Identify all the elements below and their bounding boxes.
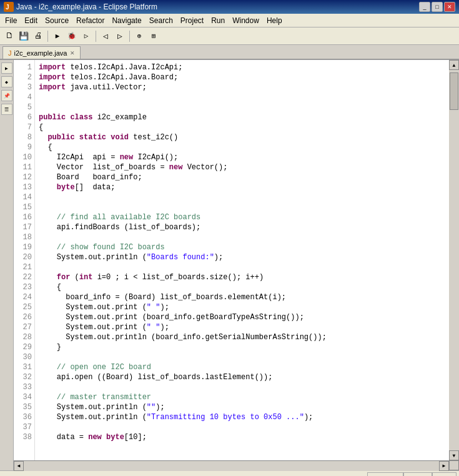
horizontal-scrollbar[interactable]: ◀ ▶ [14, 460, 449, 470]
side-icon-3[interactable]: 📌 [1, 90, 12, 101]
debug-button[interactable]: 🐞 [65, 29, 79, 43]
run-ext-button[interactable]: ▶ [51, 29, 64, 43]
title-bar: J Java - i2c_example.java - Eclipse Plat… [0, 0, 459, 14]
scroll-left-arrow[interactable]: ◀ [14, 461, 24, 471]
status-insert: Insert [403, 472, 432, 476]
line-num: 4 [15, 92, 32, 102]
code-line [39, 192, 445, 202]
goto-button[interactable]: ⊞ [147, 29, 160, 43]
menu-window[interactable]: Window [229, 15, 263, 26]
next-button[interactable]: ▷ [113, 29, 127, 43]
bottom-row: ◀ ▶ [0, 460, 459, 470]
code-line [39, 92, 445, 102]
line-num: 18 [15, 232, 32, 242]
code-line: Vector list_of_boards = new Vector(); [39, 162, 445, 172]
code-line: api.open ((Board) list_of_boards.lastEle… [39, 372, 445, 382]
line-num: 31 [15, 362, 32, 372]
line-num: 1 [15, 62, 32, 72]
code-line [39, 202, 445, 212]
search-ext-button[interactable]: ⊕ [132, 29, 146, 43]
side-icon-1[interactable]: ▶ [1, 62, 12, 74]
menu-help[interactable]: Help [263, 15, 286, 26]
code-line [39, 422, 445, 432]
line-num: 24 [15, 292, 32, 302]
scroll-corner [449, 460, 459, 470]
code-line: { [39, 142, 445, 152]
editor-bottom: ◀ ▶ [14, 460, 459, 470]
side-icon-2[interactable]: ◆ [1, 76, 12, 87]
side-icon-4[interactable]: ☰ [1, 104, 12, 115]
save-button[interactable]: 💾 [17, 29, 31, 43]
code-line: { [39, 122, 445, 132]
line-num: 8 [15, 132, 32, 142]
tab-icon: J [8, 49, 12, 57]
code-line: data = new byte[10]; [39, 432, 445, 442]
scroll-track-v[interactable] [449, 70, 459, 450]
scroll-right-arrow[interactable]: ▶ [439, 461, 449, 471]
menu-search[interactable]: Search [146, 15, 177, 26]
minimize-button[interactable]: _ [419, 2, 430, 12]
code-line: Board board_info; [39, 172, 445, 182]
line-num: 34 [15, 392, 32, 402]
line-num: 27 [15, 322, 32, 332]
toolbar-group-1: 🗋 💾 🖨 [2, 29, 45, 43]
code-editor[interactable]: import telos.I2cApi.Java.I2cApi;import t… [35, 60, 449, 460]
line-num: 7 [15, 122, 32, 132]
menu-navigate[interactable]: Navigate [108, 15, 145, 26]
editor-tab[interactable]: J i2c_example.java ✕ [2, 46, 81, 59]
tab-close-button[interactable]: ✕ [70, 50, 75, 56]
scroll-thumb-v[interactable] [450, 72, 458, 110]
toolbar: 🗋 💾 🖨 ▶ 🐞 ▷ ◁ ▷ ⊕ ⊞ [0, 27, 459, 45]
menu-bar: File Edit Source Refactor Navigate Searc… [0, 14, 459, 27]
menu-edit[interactable]: Edit [21, 15, 41, 26]
toolbar-group-4: ⊕ ⊞ [132, 29, 160, 43]
run-button[interactable]: ▷ [79, 29, 93, 43]
code-line: import telos.I2cApi.Java.Board; [39, 72, 445, 82]
menu-refactor[interactable]: Refactor [72, 15, 108, 26]
code-line [39, 382, 445, 392]
maximize-button[interactable]: □ [432, 2, 443, 12]
separator-1 [47, 31, 48, 42]
line-num: 10 [15, 152, 32, 162]
prev-button[interactable]: ◁ [99, 29, 112, 43]
line-num: 5 [15, 102, 32, 112]
menu-file[interactable]: File [1, 15, 21, 26]
print-button[interactable]: 🖨 [31, 29, 45, 43]
app-icon: J [4, 2, 14, 12]
scroll-up-arrow[interactable]: ▲ [449, 60, 459, 70]
scroll-track-h[interactable] [24, 461, 439, 471]
close-button[interactable]: ✕ [444, 2, 455, 12]
code-line: // master transmitter [39, 392, 445, 402]
toolbar-group-2: ▶ 🐞 ▷ [51, 29, 93, 43]
line-num: 3 [15, 82, 32, 92]
scroll-down-arrow[interactable]: ▼ [449, 450, 459, 460]
vertical-scrollbar[interactable]: ▲ ▼ [449, 60, 459, 460]
code-line: api.findBoards (list_of_boards); [39, 222, 445, 232]
tab-label: i2c_example.java [14, 49, 67, 57]
line-num: 9 [15, 142, 32, 152]
line-num: 28 [15, 332, 32, 342]
code-line [39, 262, 445, 272]
line-num: 13 [15, 182, 32, 192]
menu-run[interactable]: Run [207, 15, 229, 26]
main-layout: ▶ ◆ 📌 ☰ 1 2 3 4 5 6 7 8 9 10 11 12 13 14… [0, 60, 459, 460]
new-button[interactable]: 🗋 [2, 29, 16, 43]
code-line: System.out.print (" "); [39, 302, 445, 312]
line-num: 16 [15, 212, 32, 222]
left-panel: ▶ ◆ 📌 ☰ [0, 60, 14, 460]
line-num: 11 [15, 162, 32, 172]
code-line: System.out.println (""); [39, 402, 445, 412]
left-panel-bottom [0, 460, 14, 470]
menu-project[interactable]: Project [177, 15, 207, 26]
svg-text:J: J [6, 4, 9, 11]
line-num: 33 [15, 382, 32, 392]
code-line: import java.util.Vector; [39, 82, 445, 92]
line-num: 37 [15, 422, 32, 432]
title-text: Java - i2c_example.java - Eclipse Platfo… [16, 2, 157, 11]
code-line: System.out.println ("Boards found:"); [39, 252, 445, 262]
menu-source[interactable]: Source [41, 15, 72, 26]
code-line [39, 352, 445, 362]
tab-bar: J i2c_example.java ✕ [0, 45, 459, 60]
code-line [39, 232, 445, 242]
status-position: 1 : 1 [432, 472, 457, 476]
